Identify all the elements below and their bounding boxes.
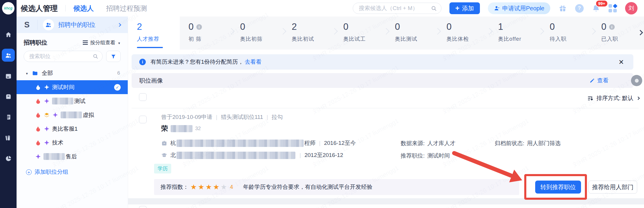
- candidate-name[interactable]: 荣: [161, 124, 168, 133]
- layers-icon: [43, 112, 50, 118]
- app-logo-text: khcg: [4, 6, 12, 10]
- jobs-section-title: 招聘职位: [24, 39, 47, 47]
- redacted-text: [52, 98, 73, 104]
- sparkle-icon: [43, 126, 50, 132]
- pipeline-stage-8[interactable]: 0待入职: [541, 17, 593, 50]
- stage-label: 初 筛: [189, 35, 232, 42]
- move-to-recommended-button[interactable]: 转到推荐职位: [535, 181, 581, 194]
- redacted-company: [177, 140, 304, 147]
- rail-item-calendar[interactable]: [2, 69, 15, 82]
- add-job-group-button[interactable]: 添加职位分组: [24, 168, 121, 176]
- redacted-school: [177, 152, 295, 159]
- pipeline-stage-0[interactable]: 2人才推荐: [128, 17, 180, 50]
- close-icon[interactable]: [617, 58, 626, 66]
- job-group-all[interactable]: 全部 6: [24, 68, 121, 78]
- filter-button[interactable]: [106, 51, 121, 62]
- candidate-search[interactable]: [353, 3, 441, 14]
- rail-item-analytics[interactable]: [2, 152, 15, 165]
- job-search-input[interactable]: [29, 53, 82, 60]
- chevron-right-icon[interactable]: [118, 22, 121, 27]
- work-title-suffix: 程师: [304, 139, 315, 147]
- avatar-text: 刘: [629, 4, 634, 12]
- sidebar-logo[interactable]: S: [17, 20, 37, 30]
- sidebar-job-item-2[interactable]: 虚拟: [24, 108, 121, 122]
- recommend-label: 推荐指数：: [161, 183, 189, 191]
- pipeline-stage-2[interactable]: 0奥比初筛: [231, 17, 283, 50]
- apps-grid-icon[interactable]: [609, 4, 617, 13]
- sidebar-header-title[interactable]: 招聘中的职位: [58, 21, 96, 29]
- avatar[interactable]: 刘: [625, 2, 637, 14]
- sparkle-icon: [43, 140, 50, 146]
- job-item-label: 售后: [66, 153, 77, 160]
- redacted-text: [61, 112, 82, 118]
- education-tag: 学历: [154, 164, 171, 173]
- sidebar-job-item-4[interactable]: 技术: [24, 136, 121, 150]
- pencil-icon: [589, 78, 595, 83]
- sidebar-job-item-3[interactable]: 奥比客服1: [24, 122, 121, 136]
- next-candidate-checkbox[interactable]: [139, 206, 147, 208]
- pipeline-stage-1[interactable]: 0i初 筛: [180, 17, 232, 50]
- sidebar-job-item-5[interactable]: 售后: [24, 150, 121, 163]
- view-profile-link[interactable]: 查看: [589, 77, 609, 84]
- stage-count: 2: [292, 22, 335, 32]
- header-tabs: 候选人招聘过程预测: [73, 4, 147, 13]
- person-icon: [494, 5, 500, 11]
- rail-items: [2, 28, 15, 165]
- pipeline-stage-5[interactable]: 0奥比测试: [386, 17, 438, 50]
- meta-job: 猎头测试职位111: [221, 113, 263, 121]
- sidebar-job-item-0[interactable]: 测试时间✓: [17, 80, 128, 94]
- chevron-right-icon: [636, 96, 640, 100]
- select-all-checkbox[interactable]: [139, 93, 147, 101]
- candidate-search-input[interactable]: [358, 5, 426, 12]
- redacted-text: [43, 153, 65, 160]
- pipeline-stage-4[interactable]: 0奥比试工: [334, 17, 386, 50]
- stage-label: 奥比测试: [395, 35, 438, 42]
- floating-assistant-button[interactable]: [631, 75, 642, 86]
- group-view-toggle[interactable]: 按分组查看: [83, 39, 121, 46]
- rail-item-library[interactable]: [2, 131, 15, 144]
- help-icon[interactable]: [575, 4, 584, 13]
- rail-item-archive[interactable]: [2, 90, 15, 103]
- job-search[interactable]: [24, 51, 103, 62]
- caret-down-icon[interactable]: [25, 71, 28, 76]
- stage-label: 奥比offer: [498, 35, 541, 42]
- gift-icon[interactable]: [558, 4, 567, 13]
- view-profile-label: 查看: [597, 77, 609, 84]
- pipeline-stage-3[interactable]: 2奥比初试: [283, 17, 335, 50]
- recommend-to-department-button[interactable]: 推荐给用人部门: [588, 181, 637, 194]
- app-logo[interactable]: khcg: [2, 2, 14, 14]
- star-icon: ★: [190, 184, 197, 191]
- top-bar: 候选人管理 候选人招聘过程预测 添加 申请试用People: [17, 0, 644, 17]
- field-data-source: 数据来源: 人才库人才: [401, 140, 455, 147]
- header-tab-0[interactable]: 候选人: [73, 4, 94, 13]
- flame-icon: [35, 84, 41, 91]
- banner-link[interactable]: 去看看: [245, 58, 262, 66]
- stage-count: 0: [550, 22, 593, 32]
- notifications-bell-icon[interactable]: 99+: [592, 4, 601, 13]
- education-period: 2012至2016-12: [305, 151, 343, 159]
- stage-label: 奥比体检: [446, 35, 489, 42]
- rail-item-report[interactable]: [2, 111, 15, 124]
- caret-down-icon: [118, 40, 121, 46]
- pipeline-stage-9[interactable]: 0i已入职: [593, 17, 644, 50]
- stage-label: 奥比初试: [292, 35, 335, 42]
- candidate-checkbox[interactable]: [139, 116, 147, 123]
- add-candidate-button[interactable]: 添加: [449, 2, 480, 14]
- sort-control[interactable]: 排序方式: 默认: [587, 94, 639, 102]
- pipeline-stage-7[interactable]: 1奥比offer: [489, 17, 541, 50]
- education-school-prefix: 北: [170, 151, 176, 159]
- redacted-name: [171, 125, 192, 132]
- stage-label: 奥比初筛: [240, 35, 283, 42]
- candidate-card[interactable]: 曾于2019-10-09申请 | 猎头测试职位111 | 拉勾 荣 32 杭 程…: [128, 108, 644, 198]
- sidebar-job-item-1[interactable]: 测试: [24, 94, 121, 108]
- app-window: khcg 候选人管理 候选人招聘过程预测 添加 申请试用People: [0, 0, 644, 208]
- rail-item-home[interactable]: [2, 28, 15, 41]
- pipeline-stage-6[interactable]: 0奥比体检: [438, 17, 489, 50]
- info-icon: i: [609, 24, 615, 30]
- trial-people-button[interactable]: 申请试用People: [488, 2, 550, 14]
- sort-label: 排序方式: 默认: [596, 94, 633, 102]
- candidate-name-line: 荣 32: [161, 124, 201, 133]
- page-title: 候选人管理: [21, 4, 58, 13]
- rail-item-people[interactable]: [2, 49, 15, 62]
- header-tab-1[interactable]: 招聘过程预测: [106, 4, 147, 13]
